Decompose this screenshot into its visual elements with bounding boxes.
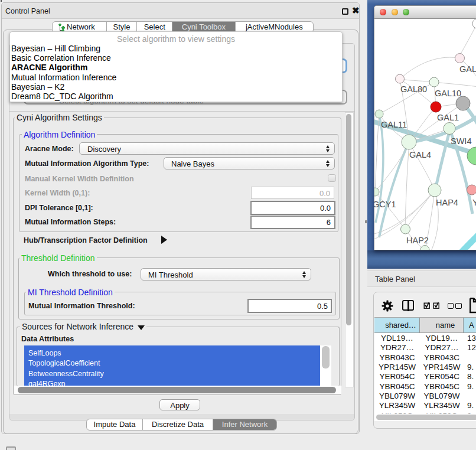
svg-text:HAP4: HAP4 bbox=[436, 198, 458, 207]
svg-text:GAL10: GAL10 bbox=[435, 89, 461, 98]
svg-text:GAL4: GAL4 bbox=[409, 150, 431, 159]
svg-text:Y: Y bbox=[472, 198, 476, 207]
svg-text:HAP2: HAP2 bbox=[406, 236, 429, 245]
svg-text:SWI4: SWI4 bbox=[451, 136, 471, 146]
svg-text:GAL: GAL bbox=[459, 64, 476, 74]
svg-text:GAL1: GAL1 bbox=[437, 113, 459, 122]
svg-text:GAL11: GAL11 bbox=[381, 120, 407, 129]
svg-text:GCY1: GCY1 bbox=[374, 200, 396, 209]
svg-text:GAL80: GAL80 bbox=[400, 84, 427, 94]
